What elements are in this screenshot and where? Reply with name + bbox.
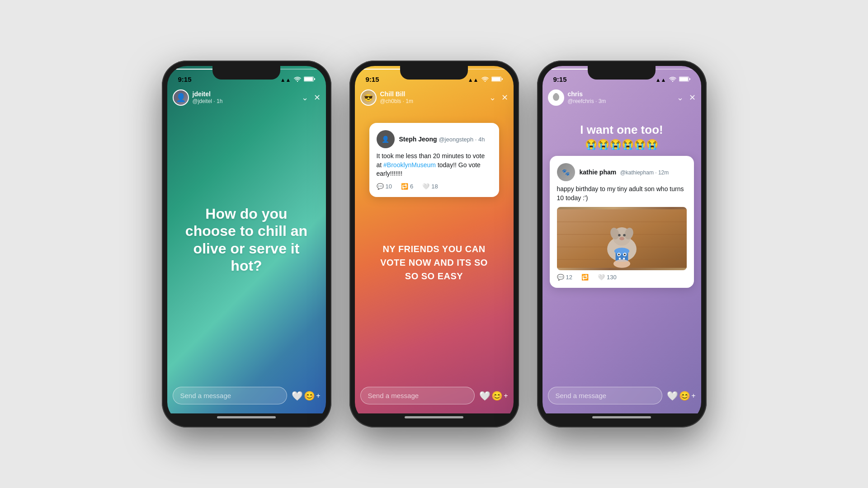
story-avatar-2: 😎	[360, 89, 377, 106]
tweet-card-3: 🐾 kathie pham @kathiepham · 12m happy bi…	[550, 156, 694, 288]
comment-icon-3: 💬	[557, 274, 564, 281]
status-icons-2: ▲▲	[468, 76, 503, 83]
tweet-likes-3: 🤍 130	[598, 274, 617, 281]
plus-icon-3[interactable]: +	[691, 392, 695, 400]
story-header-text-3: I want one too!	[542, 123, 701, 137]
tweet-author-handle-2: @jeongsteph · 4h	[439, 136, 485, 143]
story-avatar-1: 👤	[173, 89, 189, 106]
ghost-avatar-icon	[550, 91, 562, 104]
signal-icon-1: ▲▲	[280, 77, 291, 83]
close-icon-2[interactable]: ✕	[501, 93, 508, 103]
tweet-text-2: It took me less than 20 minutes to vote …	[377, 152, 492, 178]
story-handle-2: @ch0bls · 1m	[380, 98, 489, 104]
svg-point-31	[618, 254, 620, 256]
tweet-hashtag-2: #BrooklynMuseum	[383, 161, 436, 169]
story-big-text-1: How do you choose to chill an olive or s…	[167, 205, 326, 275]
story-controls-2: ⌄ ✕	[489, 93, 508, 103]
tweet-card-2: 👤 Steph Jeong @jeongsteph · 4h It took m…	[369, 123, 499, 197]
shared-text-container-2: NY FRIENDS YOU CAN VOTE NOW AND ITS SO S…	[355, 233, 514, 283]
story-header-3: chris @reefchris · 3m ⌄ ✕	[542, 86, 701, 109]
reaction-btns-1: 🤍 😊 +	[292, 390, 320, 401]
svg-rect-10	[679, 77, 688, 81]
heart-icon-3[interactable]: 🤍	[667, 390, 678, 401]
dog-photo-inner-3	[557, 207, 687, 270]
svg-point-0	[297, 81, 297, 82]
shared-text-2: NY FRIENDS YOU CAN VOTE NOW AND ITS SO S…	[355, 242, 514, 283]
signal-icon-2: ▲▲	[468, 77, 479, 83]
comment-icon-2: 💬	[377, 183, 384, 190]
message-input-1[interactable]: Send a message	[173, 387, 288, 404]
message-input-2[interactable]: Send a message	[360, 387, 475, 404]
phone-2-wrapper: 9:15 ▲▲	[349, 61, 519, 427]
plus-icon-2[interactable]: +	[504, 392, 508, 400]
tweet-author-avatar-2: 👤	[377, 130, 395, 148]
tweet-author-info-3: kathie pham @kathiepham · 12m	[580, 168, 669, 176]
svg-rect-2	[304, 77, 313, 81]
tweet-author-avatar-3: 🐾	[557, 163, 575, 181]
message-input-3[interactable]: Send a message	[548, 387, 663, 404]
tweet-author-name-3: kathie pham	[580, 169, 617, 176]
phone-3-wrapper: 9:15 ▲▲	[537, 61, 707, 427]
home-indicator-3	[592, 416, 651, 418]
tweet-retweets-2: 🔁 6	[401, 183, 413, 190]
story-content-3: I want one too! 😭😭😭😭😭😭 🐾 kathie pham @ka…	[542, 116, 701, 288]
emoji-icon-3[interactable]: 😊	[679, 390, 690, 401]
battery-icon-3	[679, 76, 690, 83]
chevron-down-icon-2[interactable]: ⌄	[489, 93, 496, 103]
close-icon-3[interactable]: ✕	[689, 93, 696, 103]
story-area-3: 9:15 ▲▲	[542, 66, 701, 413]
tweet-retweets-3: 🔁	[581, 274, 589, 281]
home-indicator-1	[217, 416, 276, 418]
story-header-1: 👤 jdeitel @jdeitel · 1h ⌄ ✕	[167, 86, 326, 109]
emoji-icon-1[interactable]: 😊	[304, 390, 315, 401]
svg-point-32	[624, 254, 626, 256]
story-username-1: jdeitel	[193, 90, 302, 98]
tweet-author-2: 👤 Steph Jeong @jeongsteph · 4h	[377, 130, 492, 148]
like-icon-2: 🤍	[422, 183, 429, 190]
notch-2	[400, 66, 468, 80]
status-icons-3: ▲▲	[656, 76, 690, 83]
svg-rect-11	[689, 78, 690, 80]
phone-1: 9:15 ▲▲	[162, 61, 331, 427]
notch-3	[588, 66, 656, 80]
phone-2-inner: 9:15 ▲▲	[355, 66, 514, 422]
tweet-author-handle-3: @kathiepham · 12m	[620, 169, 669, 176]
phone-3: 9:15 ▲▲	[537, 61, 707, 427]
story-header-2: 😎 Chill Bill @ch0bls · 1m ⌄ ✕	[355, 86, 514, 109]
story-area-1: 9:15 ▲▲	[167, 66, 326, 413]
story-avatar-3	[548, 89, 564, 106]
svg-rect-3	[314, 78, 315, 80]
tweet-comments-2: 💬 10	[377, 183, 392, 190]
tweet-text-3: happy birthday to my tiny adult son who …	[557, 185, 687, 202]
tweet-card-container-2: 👤 Steph Jeong @jeongsteph · 4h It took m…	[355, 116, 514, 204]
heart-icon-1[interactable]: 🤍	[292, 390, 303, 401]
svg-rect-6	[492, 77, 500, 81]
tweet-author-info-2: Steph Jeong @jeongsteph · 4h	[399, 136, 485, 143]
status-icons-1: ▲▲	[280, 76, 315, 83]
svg-point-28	[614, 248, 629, 255]
story-controls-3: ⌄ ✕	[677, 93, 696, 103]
svg-point-4	[484, 81, 485, 82]
story-content-1: How do you choose to chill an olive or s…	[167, 66, 326, 413]
svg-point-14	[554, 93, 558, 97]
story-emoji-row-3: 😭😭😭😭😭😭	[542, 139, 701, 150]
battery-icon-1	[304, 76, 315, 83]
notch-1	[212, 66, 280, 80]
retweet-icon-3: 🔁	[581, 274, 589, 281]
phone-1-wrapper: 9:15 ▲▲	[162, 61, 331, 427]
svg-point-25	[623, 234, 626, 237]
heart-icon-2[interactable]: 🤍	[479, 390, 491, 401]
story-username-3: chris	[568, 90, 677, 98]
status-time-1: 9:15	[178, 75, 192, 83]
svg-rect-7	[502, 78, 503, 80]
story-handle-1: @jdeitel · 1h	[193, 98, 302, 104]
story-user-info-2: Chill Bill @ch0bls · 1m	[380, 90, 489, 104]
chevron-down-icon-3[interactable]: ⌄	[677, 93, 684, 103]
emoji-icon-2[interactable]: 😊	[491, 390, 503, 401]
close-icon-1[interactable]: ✕	[314, 93, 321, 103]
dog-photo-3	[557, 207, 687, 270]
plus-icon-1[interactable]: +	[316, 392, 320, 400]
phone-3-inner: 9:15 ▲▲	[542, 66, 701, 422]
chevron-down-icon-1[interactable]: ⌄	[302, 93, 308, 103]
wifi-icon-1	[294, 76, 301, 83]
